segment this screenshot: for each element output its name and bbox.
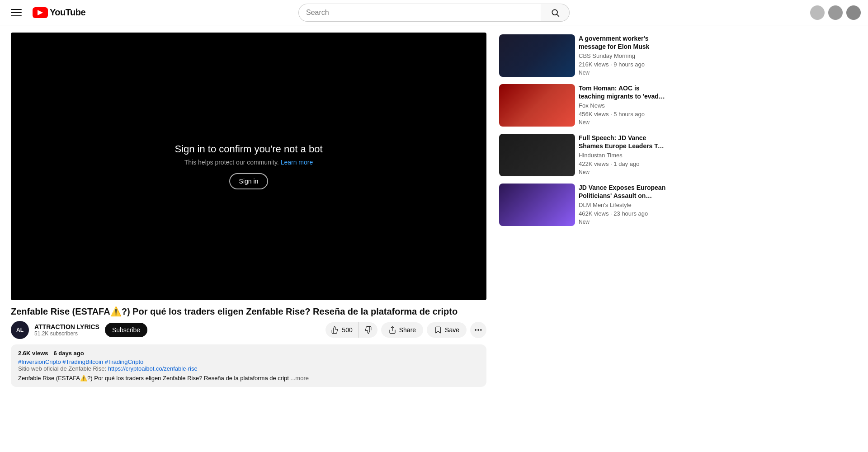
sidebar-video-title: Full Speech: JD Vance Shames Europe Lead… <box>579 134 666 150</box>
video-tags[interactable]: #InversionCripto #TradingBitcoin #Tradin… <box>18 358 479 365</box>
sidebar-thumbnail <box>499 134 575 176</box>
description-link-row: Sitio web oficial de Zenfable Rise: http… <box>18 365 479 372</box>
channel-row: AL ATTRACTION LYRICS 51.2K subscribers S… <box>11 321 147 339</box>
ellipsis-icon <box>474 325 483 334</box>
sidebar-video-info: JD Vance Exposes European Politicians' A… <box>579 184 666 226</box>
sign-in-button[interactable]: Sign in <box>229 173 269 189</box>
user-avatar-2[interactable] <box>828 5 843 20</box>
sidebar: A government worker's message for Elon M… <box>497 25 679 394</box>
sidebar-video-title: Tom Homan: AOC is teaching migrants to '… <box>579 84 666 100</box>
sidebar-new-badge: New <box>579 119 666 126</box>
user-avatar-1[interactable] <box>810 5 825 20</box>
youtube-wordmark: YouTube <box>50 7 85 18</box>
sidebar-thumbnail <box>499 184 575 226</box>
video-section: Sign in to confirm you're not a bot This… <box>0 25 497 394</box>
sidebar-channel-name: Hindustan Times <box>579 152 666 159</box>
search-form <box>298 4 570 22</box>
sidebar-video-title: JD Vance Exposes European Politicians' A… <box>579 184 666 200</box>
video-player: Sign in to confirm you're not a bot This… <box>11 33 486 300</box>
main-container: Sign in to confirm you're not a bot This… <box>0 25 868 394</box>
header-right <box>770 5 861 20</box>
sidebar-video-item[interactable]: Tom Homan: AOC is teaching migrants to '… <box>497 82 668 128</box>
channel-info: ATTRACTION LYRICS 51.2K subscribers <box>34 323 99 337</box>
sidebar-video-item[interactable]: JD Vance Exposes European Politicians' A… <box>497 182 668 228</box>
upload-date: 6 days ago <box>54 350 84 357</box>
share-button[interactable]: Share <box>381 322 423 338</box>
description-text: Zenfable Rise (ESTAFA⚠️?) Por qué los tr… <box>18 375 479 381</box>
sidebar-channel-name: Fox News <box>579 102 666 109</box>
save-icon <box>434 326 442 334</box>
sidebar-video-info: Tom Homan: AOC is teaching migrants to '… <box>579 84 666 127</box>
svg-point-5 <box>475 329 476 330</box>
channel-name[interactable]: ATTRACTION LYRICS <box>34 323 99 330</box>
dislike-section[interactable] <box>359 322 377 338</box>
sidebar-channel-name: CBS Sunday Morning <box>579 52 666 59</box>
sidebar-video-meta: 422K views · 1 day ago <box>579 160 666 167</box>
sign-in-subtitle: This helps protect our community. Learn … <box>184 159 313 166</box>
sidebar-new-badge: New <box>579 219 666 225</box>
view-count: 2.6K views <box>18 350 48 357</box>
search-icon <box>551 8 560 17</box>
sidebar-video-meta: 462K views · 23 hours ago <box>579 210 666 217</box>
sidebar-video-item[interactable]: Full Speech: JD Vance Shames Europe Lead… <box>497 132 668 178</box>
channel-avatar[interactable]: AL <box>11 321 29 339</box>
sidebar-video-info: Full Speech: JD Vance Shames Europe Lead… <box>579 134 666 176</box>
sign-in-title: Sign in to confirm you're not a bot <box>175 143 322 155</box>
youtube-icon <box>33 7 48 18</box>
sidebar-new-badge: New <box>579 70 666 76</box>
share-icon <box>388 326 396 334</box>
action-buttons: 500 Share <box>326 322 486 338</box>
description-box: 2.6K views 6 days ago #InversionCripto #… <box>11 344 486 387</box>
video-meta: 2.6K views 6 days ago <box>18 350 479 357</box>
hamburger-icon <box>11 7 22 18</box>
header-center <box>98 4 770 22</box>
sidebar-channel-name: DLM Men's Lifestyle <box>579 202 666 208</box>
sidebar-video-item[interactable]: A government worker's message for Elon M… <box>497 33 668 79</box>
svg-rect-1 <box>11 12 22 13</box>
search-input[interactable] <box>298 4 541 22</box>
svg-point-7 <box>480 329 481 330</box>
website-link[interactable]: https://cryptoaibot.co/zenfable-rise <box>108 365 198 372</box>
sidebar-new-badge: New <box>579 169 666 175</box>
more-options-button[interactable] <box>470 322 486 338</box>
search-button[interactable] <box>541 4 570 22</box>
svg-line-4 <box>557 14 559 16</box>
thumbs-up-icon <box>331 326 339 334</box>
like-section[interactable]: 500 <box>326 322 358 338</box>
video-title: Zenfable Rise (ESTAFA⚠️?) Por qué los tr… <box>11 306 486 317</box>
menu-button[interactable] <box>7 4 25 22</box>
channel-subscribers: 51.2K subscribers <box>34 330 99 337</box>
svg-point-6 <box>477 329 479 330</box>
sidebar-thumbnail <box>499 34 575 77</box>
user-avatar-3[interactable] <box>846 5 861 20</box>
sign-in-overlay: Sign in to confirm you're not a bot This… <box>175 143 322 189</box>
youtube-logo[interactable]: YouTube <box>33 7 85 18</box>
site-header: YouTube <box>0 0 868 25</box>
save-button[interactable]: Save <box>427 322 467 338</box>
thumbs-down-icon <box>364 326 372 334</box>
sidebar-video-info: A government worker's message for Elon M… <box>579 34 666 77</box>
subscribe-button[interactable]: Subscribe <box>105 323 147 337</box>
header-left: YouTube <box>7 4 98 22</box>
sidebar-videos-list: A government worker's message for Elon M… <box>497 33 668 228</box>
sidebar-video-meta: 216K views · 9 hours ago <box>579 61 666 68</box>
sidebar-video-meta: 456K views · 5 hours ago <box>579 111 666 118</box>
video-actions-row: AL ATTRACTION LYRICS 51.2K subscribers S… <box>11 321 486 339</box>
svg-rect-0 <box>11 9 22 10</box>
sidebar-video-title: A government worker's message for Elon M… <box>579 34 666 51</box>
learn-more-link[interactable]: Learn more <box>281 159 313 166</box>
svg-rect-2 <box>11 15 22 16</box>
like-dislike-button[interactable]: 500 <box>326 322 377 338</box>
show-more-button[interactable]: ...more <box>291 375 309 381</box>
sidebar-thumbnail <box>499 84 575 127</box>
